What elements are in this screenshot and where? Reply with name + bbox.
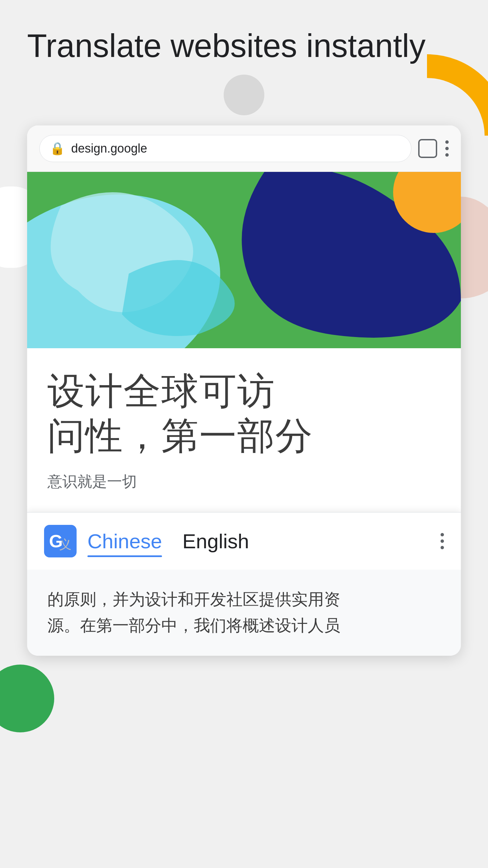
browser-url-text: design.google (71, 141, 147, 156)
bottom-chinese-text: 的原则，并为设计和开发社区提供实用资 源。在第一部分中，我们将概述设计人员 (47, 587, 441, 639)
translate-languages: Chinese English (87, 530, 430, 553)
bottom-text-area: 的原则，并为设计和开发社区提供实用资 源。在第一部分中，我们将概述设计人员 (27, 570, 461, 656)
lock-icon: 🔒 (50, 141, 65, 156)
bg-green-blob (0, 665, 54, 732)
browser-mockup-wrapper: 🔒 design.google (27, 125, 461, 656)
chinese-headline: 设计全球可访 问性，第一部分 (47, 369, 441, 458)
browser-url-bar[interactable]: 🔒 design.google (39, 135, 411, 162)
translate-x-icon: 义 (59, 536, 72, 553)
website-banner-image (27, 172, 461, 348)
browser-tab-icon[interactable] (418, 139, 437, 158)
page-title: Translate websites instantly (0, 27, 488, 64)
chinese-subtitle: 意识就是一切 (47, 472, 441, 492)
translate-target-language[interactable]: English (182, 530, 249, 553)
page-content: Translate websites instantly 🔒 design.go… (0, 0, 488, 656)
browser-mockup: 🔒 design.google (27, 125, 461, 656)
translate-more-button[interactable] (441, 533, 444, 549)
browser-actions (418, 139, 449, 158)
browser-toolbar: 🔒 design.google (27, 125, 461, 172)
translate-source-language[interactable]: Chinese (87, 530, 162, 553)
browser-menu-button[interactable] (445, 140, 449, 157)
translate-bar: G 义 Chinese English (27, 512, 461, 570)
website-text-content: 设计全球可访 问性，第一部分 意识就是一切 (27, 348, 461, 512)
google-translate-icon[interactable]: G 义 (44, 525, 77, 557)
